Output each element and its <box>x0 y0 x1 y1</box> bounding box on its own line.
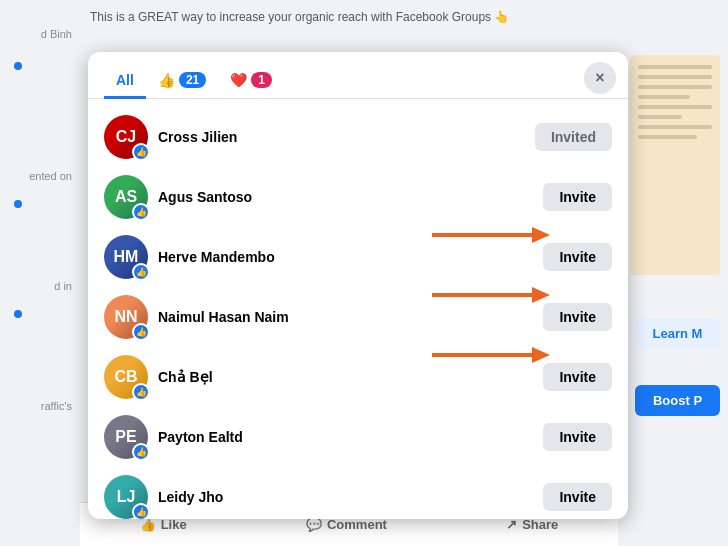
person-name: Leidy Jho <box>158 489 533 505</box>
like-badge: 👍 <box>132 503 150 519</box>
dot-3 <box>14 310 22 318</box>
tab-all-label: All <box>116 72 134 88</box>
invite-button[interactable]: Invite <box>543 183 612 211</box>
avatar-container: CJ 👍 <box>104 115 148 159</box>
person-name: Chả Bẹl <box>158 369 533 385</box>
learn-more-button[interactable]: Learn M <box>635 318 720 349</box>
modal-header: All 👍 21 ❤️ 1 × <box>88 52 628 99</box>
table-row: PE 👍 Payton Ealtd Invite <box>88 407 628 467</box>
dot-2 <box>14 200 22 208</box>
like-action[interactable]: 👍 Like <box>140 517 187 532</box>
person-name: Herve Mandembo <box>158 249 533 265</box>
comment-icon: 💬 <box>306 517 322 532</box>
like-count-badge: 21 <box>179 72 206 88</box>
avatar-container: NN 👍 <box>104 295 148 339</box>
invite-button[interactable]: Invite <box>543 363 612 391</box>
table-row: NN 👍 Naimul Hasan Naim Invite <box>88 287 628 347</box>
note-lines <box>630 55 720 149</box>
person-name: Cross Jilien <box>158 129 525 145</box>
sidebar-text-3: d in <box>54 280 72 292</box>
avatar-container: PE 👍 <box>104 415 148 459</box>
person-name: Payton Ealtd <box>158 429 533 445</box>
comment-label: Comment <box>327 517 387 532</box>
avatar-container: HM 👍 <box>104 235 148 279</box>
tab-likes[interactable]: 👍 21 <box>146 64 218 99</box>
dot-1 <box>14 62 22 70</box>
like-icon: 👍 <box>140 517 156 532</box>
share-label: Share <box>522 517 558 532</box>
like-badge: 👍 <box>132 323 150 341</box>
sidebar-text-1: d Binh <box>41 28 72 40</box>
share-icon: ↗ <box>506 517 517 532</box>
comment-action[interactable]: 💬 Comment <box>306 517 387 532</box>
note-card <box>630 55 720 275</box>
table-row: AS 👍 Agus Santoso Invite <box>88 167 628 227</box>
sidebar-text-2: ented on <box>29 170 72 182</box>
person-name: Agus Santoso <box>158 189 533 205</box>
table-row: LJ 👍 Leidy Jho Invite <box>88 467 628 519</box>
invite-button[interactable]: Invite <box>543 423 612 451</box>
right-background: Learn M Boost P <box>618 0 728 546</box>
post-text: This is a GREAT way to increase your org… <box>90 8 608 26</box>
modal-close-button[interactable]: × <box>584 62 616 94</box>
boost-button[interactable]: Boost P <box>635 385 720 416</box>
left-sidebar: d Binh ented on d in raffic's <box>0 0 80 546</box>
like-badge: 👍 <box>132 263 150 281</box>
like-badge: 👍 <box>132 443 150 461</box>
tab-loves[interactable]: ❤️ 1 <box>218 64 284 99</box>
sidebar-text-4: raffic's <box>41 400 72 412</box>
love-tab-icon: ❤️ <box>230 72 247 88</box>
modal-body: CJ 👍 Cross Jilien Invited AS 👍 Agus Sant… <box>88 99 628 519</box>
invite-button[interactable]: Invite <box>543 303 612 331</box>
like-badge: 👍 <box>132 143 150 161</box>
avatar-container: LJ 👍 <box>104 475 148 519</box>
invite-button[interactable]: Invite <box>543 243 612 271</box>
reactions-modal: All 👍 21 ❤️ 1 × CJ 👍 Cross Jilien Invite… <box>88 52 628 519</box>
invited-button: Invited <box>535 123 612 151</box>
invite-button[interactable]: Invite <box>543 483 612 511</box>
like-badge: 👍 <box>132 383 150 401</box>
like-label: Like <box>161 517 187 532</box>
like-tab-icon: 👍 <box>158 72 175 88</box>
share-action[interactable]: ↗ Share <box>506 517 558 532</box>
avatar-container: CB 👍 <box>104 355 148 399</box>
tab-all[interactable]: All <box>104 64 146 99</box>
table-row: HM 👍 Herve Mandembo Invite <box>88 227 628 287</box>
table-row: CJ 👍 Cross Jilien Invited <box>88 107 628 167</box>
like-badge: 👍 <box>132 203 150 221</box>
love-count-badge: 1 <box>251 72 272 88</box>
avatar-container: AS 👍 <box>104 175 148 219</box>
table-row: CB 👍 Chả Bẹl Invite <box>88 347 628 407</box>
person-name: Naimul Hasan Naim <box>158 309 533 325</box>
